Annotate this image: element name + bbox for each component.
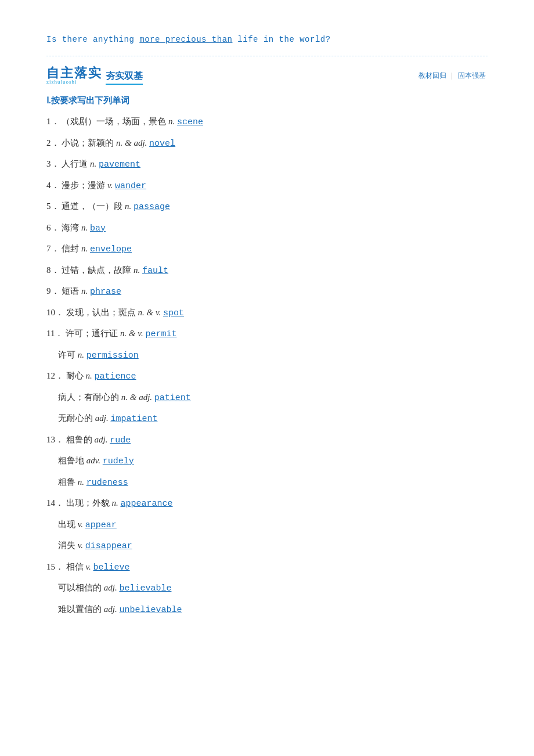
list-item: 1． （戏剧）一场，场面，景色 n. scene	[46, 114, 488, 130]
list-item: 14． 出现；外貌 n. appearance	[46, 496, 488, 512]
list-item: 13． 粗鲁的 adj. rude	[46, 433, 488, 448]
section-title-block: 自主落实 zizhuluoshi 夯实双基	[46, 67, 143, 85]
list-item: 6． 海湾 n. bay	[46, 221, 488, 236]
list-item: 出现 v. appear	[58, 517, 488, 533]
list-item: 粗鲁 n. rudeness	[58, 475, 488, 491]
list-item: 消失 v. disappear	[58, 538, 488, 554]
list-item: 许可 n. permission	[58, 348, 488, 363]
list-item: 病人；有耐心的 n. & adj. patient	[58, 390, 488, 406]
list-item: 可以相信的 adj. believable	[58, 581, 488, 596]
list-item: 7． 信封 n. envelope	[46, 242, 488, 257]
underline-phrase: more precious than	[139, 35, 232, 44]
list-item: 4． 漫步；漫游 v. wander	[46, 178, 488, 194]
list-item: 15． 相信 v. believe	[46, 560, 488, 575]
list-item: 8． 过错，缺点，故障 n. fault	[46, 263, 488, 279]
right-right: 固本强基	[458, 71, 486, 80]
right-left: 教材回归	[418, 71, 446, 80]
list-item: 2． 小说；新颖的 n. & adj. novel	[46, 136, 488, 152]
top-sentence: Is there anything more precious than lif…	[46, 35, 488, 44]
section-right: 教材回归 | 固本强基	[417, 71, 488, 81]
list-item: 无耐心的 adj. impatient	[58, 411, 488, 427]
list-item: 9． 短语 n. phrase	[46, 284, 488, 300]
pipe: |	[452, 71, 453, 80]
list-item: 10． 发现，认出；斑点 n. & v. spot	[46, 305, 488, 321]
zizhu-logo: 自主落实 zizhuluoshi	[46, 67, 102, 85]
list-item: 粗鲁地 adv. rudely	[58, 453, 488, 469]
vocab-list: 1． （戏剧）一场，场面，景色 n. scene 2． 小说；新颖的 n. & …	[46, 114, 488, 617]
instruction: Ⅰ.按要求写出下列单词	[46, 95, 488, 106]
logo-pinyin: zizhuluoshi	[46, 80, 102, 85]
section-header: 自主落实 zizhuluoshi 夯实双基 教材回归 | 固本强基	[46, 67, 488, 85]
section-subtitle: 夯实双基	[106, 70, 143, 85]
list-item: 5． 通道，（一）段 n. passage	[46, 199, 488, 215]
logo-cn: 自主落实	[46, 67, 102, 80]
list-item: 12． 耐心 n. patience	[46, 369, 488, 384]
list-item: 3． 人行道 n. pavement	[46, 157, 488, 172]
section-divider	[46, 56, 488, 56]
list-item: 难以置信的 adj. unbelievable	[58, 602, 488, 618]
list-item: 11． 许可；通行证 n. & v. permit	[46, 326, 488, 342]
